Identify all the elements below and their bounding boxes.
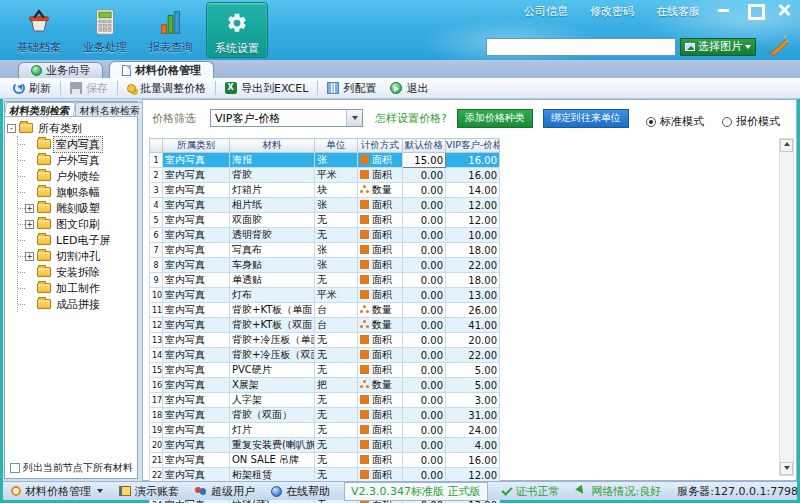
cell-default-price[interactable]: 0.00 bbox=[403, 213, 446, 228]
current-user[interactable]: 超级用户 bbox=[187, 484, 263, 499]
header-unit[interactable]: 单位 bbox=[315, 139, 358, 153]
cell-vip-price[interactable]: 4.00 bbox=[446, 438, 500, 453]
cell-vip-price[interactable]: 24.00 bbox=[446, 423, 500, 438]
online-service-link[interactable]: 在线客服 bbox=[656, 4, 700, 19]
cell-default-price[interactable]: 0.00 bbox=[403, 288, 446, 303]
cell-default-price[interactable]: 0.00 bbox=[403, 423, 446, 438]
cell-vip-price[interactable]: 31.00 bbox=[446, 408, 500, 423]
cell-vip-price[interactable]: 22.00 bbox=[446, 348, 500, 363]
cell-default-price[interactable]: 0.00 bbox=[403, 408, 446, 423]
cell-vip-price[interactable]: 22.00 bbox=[446, 258, 500, 273]
module-menu[interactable]: 材料价格管理 bbox=[3, 484, 111, 499]
cell-vip-price[interactable]: 14.00 bbox=[446, 183, 500, 198]
list-all-materials-checkbox[interactable]: 列出当前节点下所有材料 bbox=[6, 461, 133, 475]
quote-mode-radio[interactable]: 报价模式 bbox=[722, 114, 780, 129]
toolbar-button[interactable]: 刷新 bbox=[6, 80, 58, 97]
scroll-up-icon[interactable] bbox=[780, 139, 793, 152]
cell-default-price[interactable]: 0.00 bbox=[403, 453, 446, 468]
bind-to-customer-button[interactable]: 绑定到往来单位 bbox=[543, 109, 629, 128]
table-row[interactable]: 13 室内写真 背胶+冷压板（单面） 无 面积 0.00 20.00 bbox=[150, 333, 500, 348]
search-tab[interactable]: 材料类别检索 bbox=[4, 102, 76, 116]
table-row[interactable]: 19 室内写真 灯片 无 面积 0.00 24.00 bbox=[150, 423, 500, 438]
header-category[interactable]: 所属类别 bbox=[163, 139, 230, 153]
cell-default-price[interactable]: 0.00 bbox=[403, 228, 446, 243]
price-type-dropdown[interactable]: VIP客户-价格 bbox=[210, 109, 363, 127]
cell-vip-price[interactable]: 12.00 bbox=[446, 213, 500, 228]
toolbar-button[interactable]: 导出到EXCEL bbox=[218, 80, 315, 97]
table-row[interactable]: 10 室内写真 灯布 平米 面积 0.00 13.00 bbox=[150, 288, 500, 303]
cell-vip-price[interactable]: 16.00 bbox=[446, 168, 500, 183]
expand-icon[interactable] bbox=[25, 252, 34, 261]
scroll-down-icon[interactable] bbox=[780, 462, 793, 475]
table-row[interactable]: 14 室内写真 背胶+冷压板（双面） 无 面积 0.00 22.00 bbox=[150, 348, 500, 363]
table-row[interactable]: 5 室内写真 双面胶 无 面积 0.00 12.00 bbox=[150, 213, 500, 228]
cell-vip-price[interactable]: 18.00 bbox=[446, 243, 500, 258]
toolbar-button[interactable]: 列配置 bbox=[320, 80, 383, 97]
table-row[interactable]: 16 室内写真 X展架 把 数量 0.00 5.00 bbox=[150, 378, 500, 393]
header-method[interactable]: 计价方式 bbox=[358, 139, 403, 153]
toolbar-button[interactable]: 退出 bbox=[383, 80, 435, 97]
chevron-down-icon[interactable] bbox=[346, 110, 362, 126]
nav-button[interactable]: 系统设置 bbox=[206, 2, 268, 58]
standard-mode-radio[interactable]: 标准模式 bbox=[646, 114, 704, 129]
tree-item[interactable]: 加工制作 bbox=[18, 280, 135, 296]
tree-item[interactable]: 旗帜条幅 bbox=[18, 184, 135, 200]
toolbar-button[interactable]: 保存 bbox=[63, 80, 115, 97]
cell-default-price[interactable]: 0.00 bbox=[403, 303, 446, 318]
cell-vip-price[interactable]: 3.00 bbox=[446, 393, 500, 408]
cell-default-price[interactable]: 0.00 bbox=[403, 168, 446, 183]
cell-default-price[interactable]: 0.00 bbox=[403, 438, 446, 453]
cell-vip-price[interactable]: 16.00 bbox=[446, 153, 500, 168]
cell-default-price[interactable]: 0.00 bbox=[403, 393, 446, 408]
header-default-price[interactable]: 默认价格 bbox=[403, 139, 446, 153]
nav-button[interactable]: 基础档案 bbox=[8, 2, 70, 58]
cell-default-price[interactable]: 0.00 bbox=[403, 318, 446, 333]
how-to-set-price-link[interactable]: 怎样设置价格? bbox=[375, 111, 447, 126]
table-row[interactable]: 7 室内写真 写真布 张 面积 0.00 18.00 bbox=[150, 243, 500, 258]
table-row[interactable]: 17 室内写真 人字架 无 面积 0.00 3.00 bbox=[150, 393, 500, 408]
cell-vip-price[interactable]: 10.00 bbox=[446, 228, 500, 243]
select-image-button[interactable]: 选择图片 bbox=[680, 38, 756, 56]
table-row[interactable]: 1 室内写真 海报 张 面积 15.00 16.00 bbox=[150, 153, 500, 168]
cell-vip-price[interactable]: 5.00 bbox=[446, 378, 500, 393]
tree-item[interactable]: 成品拼接 bbox=[18, 296, 135, 312]
document-tab[interactable]: 材料价格管理 bbox=[109, 61, 214, 78]
table-row[interactable]: 8 室内写真 车身贴 张 面积 0.00 22.00 bbox=[150, 258, 500, 273]
close-icon[interactable] bbox=[776, 3, 792, 17]
tree-item[interactable]: 室内写真 bbox=[18, 136, 135, 152]
image-name-input[interactable] bbox=[486, 38, 676, 56]
table-row[interactable]: 21 室内写真 ON SALE 吊牌 无 面积 0.00 16.00 bbox=[150, 453, 500, 468]
collapse-icon[interactable] bbox=[7, 124, 16, 133]
horn-icon[interactable] bbox=[766, 34, 788, 59]
cell-default-price[interactable]: 0.00 bbox=[403, 183, 446, 198]
cell-default-price[interactable]: 0.00 bbox=[403, 258, 446, 273]
cell-vip-price[interactable]: 12.00 bbox=[446, 198, 500, 213]
tree-item[interactable]: 户外喷绘 bbox=[18, 168, 135, 184]
header-vip-price[interactable]: VIP客户-价格 bbox=[446, 139, 500, 153]
table-scrollbar[interactable] bbox=[779, 138, 794, 476]
cell-vip-price[interactable]: 18.00 bbox=[446, 273, 500, 288]
tree-item[interactable]: LED电子屏 bbox=[18, 232, 135, 248]
tree-item[interactable]: 切割冲孔 bbox=[18, 248, 135, 264]
cell-vip-price[interactable]: 5.00 bbox=[446, 363, 500, 378]
document-tab[interactable]: 业务向导 bbox=[18, 62, 103, 78]
table-row[interactable]: 4 室内写真 相片纸 张 面积 0.00 12.00 bbox=[150, 198, 500, 213]
table-row[interactable]: 12 室内写真 背胶+KT板（双面） 台 数量 0.00 41.00 bbox=[150, 318, 500, 333]
cell-vip-price[interactable]: 41.00 bbox=[446, 318, 500, 333]
online-help[interactable]: 在线帮助 bbox=[263, 484, 338, 499]
cell-default-price[interactable]: 0.00 bbox=[403, 243, 446, 258]
cell-default-price[interactable]: 15.00 bbox=[403, 153, 446, 168]
account-set[interactable]: 演示账套 bbox=[111, 484, 187, 499]
add-price-type-button[interactable]: 添加价格种类 bbox=[457, 109, 533, 128]
cell-vip-price[interactable]: 20.00 bbox=[446, 333, 500, 348]
nav-button[interactable]: 业务处理 bbox=[74, 2, 136, 58]
cell-vip-price[interactable]: 26.00 bbox=[446, 303, 500, 318]
expand-icon[interactable] bbox=[25, 204, 34, 213]
table-row[interactable]: 3 室内写真 灯箱片 块 数量 0.00 14.00 bbox=[150, 183, 500, 198]
cell-vip-price[interactable]: 13.00 bbox=[446, 288, 500, 303]
cell-default-price[interactable]: 0.00 bbox=[403, 363, 446, 378]
table-row[interactable]: 20 室内写真 重复安装费(喇叭旗/门) 无 面积 0.00 4.00 bbox=[150, 438, 500, 453]
tree-item[interactable]: 雕刻吸塑 bbox=[18, 200, 135, 216]
company-info-link[interactable]: 公司信息 bbox=[524, 4, 568, 19]
cell-vip-price[interactable]: 16.00 bbox=[446, 453, 500, 468]
